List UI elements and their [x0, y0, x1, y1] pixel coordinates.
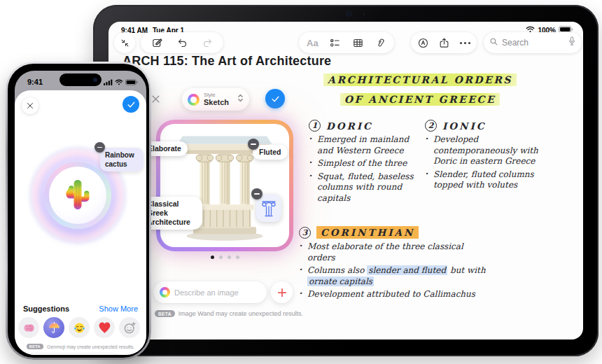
- emoji-suggestions-row: [15, 317, 146, 338]
- compose-icon[interactable]: [148, 34, 166, 52]
- tools-toolbar-group: [411, 32, 477, 53]
- search-field: [484, 32, 582, 53]
- iphone-clock: 9:41: [27, 78, 43, 86]
- markup-pencil-icon[interactable]: [414, 34, 432, 52]
- text-format-button[interactable]: Aa: [303, 34, 321, 52]
- tag-rainbow-cactus[interactable]: Rainbow cactus: [100, 148, 144, 172]
- corinthian-bullet: Most elaborate of the three classical or…: [299, 241, 491, 263]
- suggestion-red-heart-emoji[interactable]: [94, 317, 115, 338]
- describe-image-input[interactable]: [174, 288, 260, 297]
- suggestion-laughing-tears-emoji[interactable]: [69, 317, 90, 338]
- style-value: Sketch: [204, 99, 233, 106]
- describe-image-field: [153, 281, 267, 303]
- genmoji-accept-button[interactable]: [122, 96, 139, 113]
- corinthian-title: CORINTHIAN: [316, 226, 419, 239]
- suggestions-header: Suggestions Show More: [23, 304, 138, 313]
- share-icon[interactable]: [435, 34, 453, 52]
- wifi-icon: [115, 76, 123, 88]
- table-icon[interactable]: [349, 34, 367, 52]
- genmoji-bubble: [44, 162, 111, 229]
- attachment-icon[interactable]: [372, 34, 390, 52]
- image-carousel-dots[interactable]: [156, 255, 293, 259]
- notes-section-ionic: 2IONIC Developed contemporaneously with …: [425, 120, 555, 193]
- search-icon: [489, 36, 498, 49]
- ionic-title: IONIC: [442, 120, 486, 132]
- collapse-toolbar-button[interactable]: [114, 32, 135, 53]
- corinthian-bullet: Columns also slender and fluted but with…: [299, 265, 491, 287]
- notes-heading-line1: ARCHITECTURAL ORDERS: [318, 74, 522, 85]
- column-sketch-icon: [260, 197, 278, 218]
- note-title: ARCH 115: The Art of Architecture: [122, 54, 331, 69]
- ionic-bullet: Developed contemporaneously with Doric i…: [425, 134, 555, 167]
- doric-number: 1: [309, 120, 321, 132]
- add-image-button[interactable]: [271, 281, 293, 303]
- dictation-mic-icon[interactable]: [568, 36, 576, 49]
- remove-rainbow-cactus-tag-button[interactable]: [94, 142, 105, 153]
- doric-title: DORIC: [326, 120, 373, 132]
- corinthian-bullet: Development attributed to Callimachus: [299, 289, 491, 300]
- checklist-icon[interactable]: [326, 34, 344, 52]
- edit-toolbar-group: [141, 32, 223, 53]
- notes-heading-line2: OF ANCIENT GREECE: [318, 94, 522, 105]
- image-playground-swirl-icon: [188, 94, 200, 106]
- remove-reference-image-button[interactable]: [251, 188, 262, 200]
- ipad-screen: 9:41 AMTue Apr 1 100% Aa: [108, 22, 583, 340]
- remove-fluted-tag-button[interactable]: [248, 139, 259, 150]
- genmoji-beta-disclaimer: BETA Genmoji may create unexpected resul…: [15, 344, 146, 349]
- suggestion-brain-emoji[interactable]: [18, 317, 39, 338]
- doric-bullet: Emerged in mainland and Western Greece: [309, 134, 422, 156]
- ionic-bullet: Slender, fluted columns topped with volu…: [425, 169, 555, 191]
- genmoji-sheet: Rainbow cactus Suggestions Show More: [15, 90, 146, 355]
- ipad-front-camera: [346, 11, 351, 16]
- beta-badge: BETA: [27, 344, 43, 349]
- iphone-device: 9:41: [6, 62, 151, 360]
- generated-image-card[interactable]: [156, 120, 293, 251]
- notes-section-corinthian: 3CORINTHIAN Most elaborate of the three …: [299, 226, 516, 302]
- image-wand-beta-disclaimer: BETA Image Wand may create unexpected re…: [155, 310, 303, 317]
- show-more-link[interactable]: Show More: [99, 304, 138, 313]
- image-wand-sparkle-icon: [160, 287, 170, 298]
- format-toolbar-group: Aa: [299, 32, 394, 53]
- doric-bullet: Squat, fluted, baseless columns with rou…: [309, 172, 422, 204]
- suggestions-label: Suggestions: [23, 304, 69, 313]
- beta-badge: BETA: [155, 310, 175, 317]
- add-emoji-icon[interactable]: [119, 317, 140, 338]
- redo-icon[interactable]: [198, 34, 216, 52]
- style-picker[interactable]: Style Sketch: [182, 88, 249, 111]
- notes-section-doric: 1DORIC Emerged in mainland and Western G…: [309, 120, 422, 206]
- suggestion-rainbow-umbrella-genmoji[interactable]: [43, 317, 64, 338]
- battery-icon: [125, 76, 138, 88]
- corinthian-number: 3: [299, 227, 311, 239]
- describe-genmoji-field: [22, 354, 121, 355]
- chevron-up-down-icon: [237, 93, 244, 106]
- doric-bullet: Simplest of the three: [309, 158, 422, 169]
- style-label: Style: [204, 92, 233, 98]
- search-input[interactable]: [502, 38, 564, 48]
- scene: 9:41 AMTue Apr 1 100% Aa: [0, 0, 602, 364]
- more-options-icon[interactable]: [456, 34, 474, 52]
- ipad-device: 9:41 AMTue Apr 1 100% Aa: [93, 5, 598, 356]
- iphone-screen: 9:41: [15, 71, 146, 355]
- dynamic-island: [59, 74, 102, 86]
- genmoji-close-icon[interactable]: [22, 97, 38, 114]
- undo-icon[interactable]: [173, 34, 191, 52]
- cellular-signal-icon: [104, 76, 113, 88]
- ionic-number: 2: [425, 120, 437, 132]
- image-wand-accept-button[interactable]: [265, 89, 285, 108]
- rainbow-cactus-genmoji: [62, 177, 93, 214]
